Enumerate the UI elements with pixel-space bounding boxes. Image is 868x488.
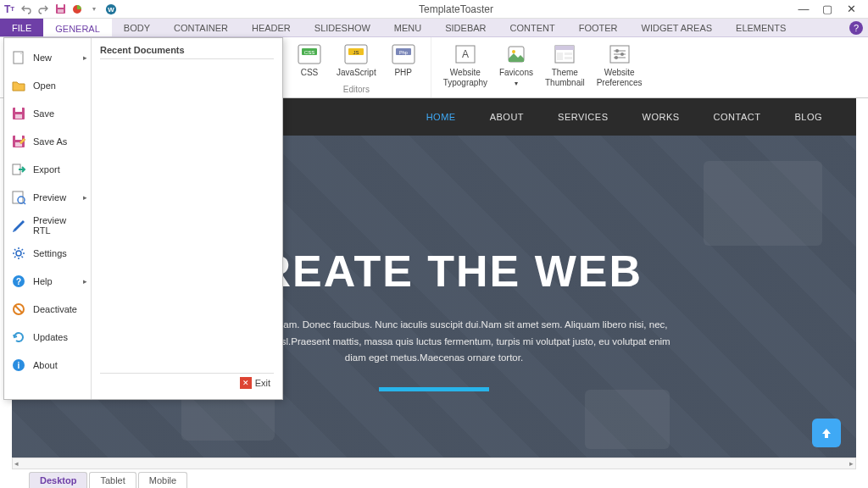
menu-save[interactable]: Save bbox=[4, 99, 91, 127]
tab-file[interactable]: FILE bbox=[0, 19, 43, 36]
javascript-button[interactable]: JS JavaScript bbox=[331, 41, 381, 80]
exit-button[interactable]: ✕ Exit bbox=[100, 373, 274, 392]
dropdown-icon[interactable]: ▾ bbox=[88, 3, 100, 15]
tab-general[interactable]: GENERAL bbox=[43, 19, 112, 36]
menu-save-as[interactable]: Save As bbox=[4, 127, 91, 155]
css-button[interactable]: CSS CSS bbox=[289, 41, 330, 80]
minimize-button[interactable]: — bbox=[795, 3, 812, 15]
chevron-right-icon: ▸ bbox=[83, 53, 87, 62]
php-button[interactable]: Php PHP bbox=[383, 41, 424, 80]
css-icon: CSS bbox=[296, 42, 323, 66]
favicons-button[interactable]: Favicons▾ bbox=[494, 41, 538, 89]
svg-rect-23 bbox=[565, 57, 572, 59]
svg-text:JS: JS bbox=[353, 50, 359, 55]
preview-icon bbox=[11, 190, 26, 205]
svg-point-28 bbox=[615, 49, 619, 53]
chevron-right-icon: ▸ bbox=[83, 277, 87, 286]
quick-access-toolbar: TT ▾ W bbox=[3, 3, 117, 15]
text-tool-icon[interactable]: TT bbox=[3, 3, 15, 15]
svg-point-30 bbox=[615, 56, 618, 59]
help-menu-icon: ? bbox=[11, 274, 26, 289]
menu-preview-rtl[interactable]: Preview RTL bbox=[4, 211, 91, 239]
about-icon: i bbox=[11, 358, 26, 373]
ribbon-group-misc: A Website Typography Favicons▾ Theme Thu… bbox=[431, 37, 654, 97]
svg-rect-1 bbox=[58, 4, 64, 8]
tab-elements[interactable]: ELEMENTS bbox=[724, 19, 798, 36]
tab-slideshow[interactable]: SLIDESHOW bbox=[303, 19, 382, 36]
menu-about[interactable]: iAbout bbox=[4, 351, 91, 379]
thumbnail-icon bbox=[551, 42, 578, 66]
close-icon: ✕ bbox=[240, 377, 252, 389]
tab-menu[interactable]: MENU bbox=[382, 19, 433, 36]
recent-documents-panel: Recent Documents ✕ Exit bbox=[91, 38, 282, 399]
menu-updates[interactable]: Updates bbox=[4, 323, 91, 351]
nav-contact[interactable]: CONTACT bbox=[714, 112, 761, 122]
menu-help[interactable]: ?Help▸ bbox=[4, 267, 91, 295]
tab-header[interactable]: HEADER bbox=[240, 19, 303, 36]
svg-line-48 bbox=[22, 256, 24, 258]
typography-icon: A bbox=[452, 42, 479, 66]
php-icon: Php bbox=[390, 42, 417, 66]
save-icon[interactable] bbox=[54, 3, 66, 15]
svg-point-29 bbox=[620, 53, 624, 56]
preferences-icon bbox=[606, 42, 633, 66]
redo-icon[interactable] bbox=[37, 3, 49, 15]
nav-services[interactable]: SERVICES bbox=[558, 112, 608, 122]
recent-documents-title: Recent Documents bbox=[100, 45, 274, 59]
typography-button[interactable]: A Website Typography bbox=[438, 41, 492, 89]
svg-text:i: i bbox=[18, 361, 20, 370]
export-icon bbox=[11, 162, 26, 177]
menu-settings[interactable]: Settings bbox=[4, 239, 91, 267]
favicons-icon bbox=[503, 42, 530, 66]
svg-line-50 bbox=[22, 249, 24, 251]
nav-blog[interactable]: BLOG bbox=[794, 112, 822, 122]
menu-open[interactable]: Open bbox=[4, 71, 91, 99]
svg-rect-22 bbox=[565, 53, 572, 55]
nav-works[interactable]: WORKS bbox=[643, 112, 680, 122]
wordpress-icon[interactable]: W bbox=[105, 3, 117, 15]
new-icon bbox=[11, 50, 26, 65]
svg-rect-21 bbox=[557, 53, 563, 60]
thumbnail-button[interactable]: Theme Thumbnail bbox=[540, 41, 590, 89]
view-tab-desktop[interactable]: Desktop bbox=[29, 472, 87, 488]
tab-widget-areas[interactable]: WIDGET AREAS bbox=[630, 19, 725, 36]
svg-rect-36 bbox=[15, 136, 22, 140]
view-tab-mobile[interactable]: Mobile bbox=[138, 472, 187, 488]
ribbon-tab-strip: FILE GENERAL BODY CONTAINER HEADER SLIDE… bbox=[0, 19, 868, 37]
hero-divider bbox=[379, 387, 489, 391]
preferences-button[interactable]: Website Preferences bbox=[592, 41, 648, 89]
tab-body[interactable]: BODY bbox=[112, 19, 162, 36]
svg-text:CSS: CSS bbox=[304, 50, 314, 55]
nav-home[interactable]: HOME bbox=[426, 112, 456, 122]
svg-rect-34 bbox=[15, 114, 22, 119]
deactivate-icon bbox=[11, 302, 26, 317]
tab-sidebar[interactable]: SIDEBAR bbox=[433, 19, 498, 36]
maximize-button[interactable]: ▢ bbox=[819, 3, 836, 15]
svg-rect-33 bbox=[15, 108, 22, 112]
view-tab-tablet[interactable]: Tablet bbox=[89, 472, 136, 488]
scroll-top-button[interactable] bbox=[812, 419, 841, 447]
svg-text:Php: Php bbox=[399, 50, 408, 55]
chevron-right-icon: ▸ bbox=[83, 193, 87, 202]
updates-icon bbox=[11, 330, 26, 345]
preview-rtl-icon bbox=[11, 218, 26, 233]
undo-icon[interactable] bbox=[20, 3, 32, 15]
color-icon[interactable] bbox=[71, 3, 83, 15]
menu-deactivate[interactable]: Deactivate bbox=[4, 295, 91, 323]
menu-new[interactable]: New▸ bbox=[4, 43, 91, 71]
help-icon[interactable]: ? bbox=[849, 21, 863, 35]
app-title: TemplateToaster bbox=[117, 3, 795, 15]
save-icon bbox=[11, 106, 26, 121]
svg-line-41 bbox=[24, 202, 25, 204]
horizontal-scrollbar[interactable]: ◂▸ bbox=[12, 458, 856, 469]
tab-container[interactable]: CONTAINER bbox=[162, 19, 240, 36]
tab-content[interactable]: CONTENT bbox=[498, 19, 567, 36]
svg-line-54 bbox=[15, 306, 22, 313]
settings-icon bbox=[11, 246, 26, 261]
menu-preview[interactable]: Preview▸ bbox=[4, 183, 91, 211]
svg-text:W: W bbox=[108, 6, 114, 14]
close-button[interactable]: ✕ bbox=[843, 3, 860, 15]
tab-footer[interactable]: FOOTER bbox=[567, 19, 630, 36]
menu-export[interactable]: Export bbox=[4, 155, 91, 183]
nav-about[interactable]: ABOUT bbox=[490, 112, 524, 122]
